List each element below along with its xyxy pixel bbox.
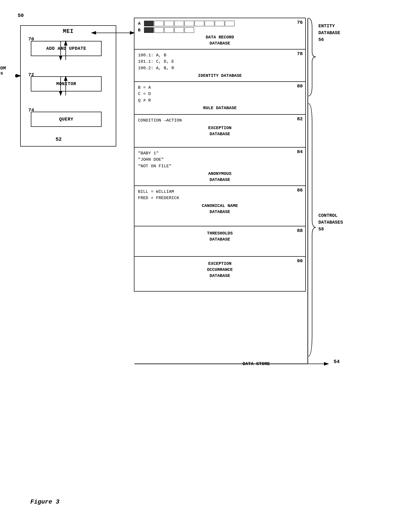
grid-cell-a2 (154, 21, 164, 26)
section-title-86: CANONICAL NAME DATABASE (138, 203, 302, 215)
grid-cell-a6 (195, 21, 204, 26)
section-90: 90 EXCEPTION OCCURRANCE DATABASE (134, 256, 306, 292)
section-80: 80 B = A C = D Q ≠ R RULE DATABASE (134, 81, 306, 114)
section-title-82: EXCEPTION DATABASE (138, 125, 302, 137)
section-number-86: 86 (297, 187, 303, 193)
data-store-label: DATA STORE (243, 361, 270, 366)
section-number-78: 78 (297, 51, 303, 57)
add-update-label: ADD AND UPDATE (46, 46, 86, 51)
section-title-78: IDENTITY DATABASE (138, 73, 302, 79)
section-content-86: BILL = WILLIAM FRED = FREDERICK (138, 188, 302, 201)
grid-cell-b1 (144, 27, 154, 33)
grid-cell-b3 (164, 27, 174, 33)
section-title-84: ANONYMOUS DATABASE (138, 171, 302, 183)
section-number-90: 90 (297, 258, 303, 264)
grid-cell-a1 (144, 21, 154, 26)
query-box: QUERY (31, 112, 102, 127)
mei-label: MEI (63, 28, 74, 35)
grid-cell-a7 (205, 21, 214, 26)
control-db-label: CONTROL DATABASES 58 (318, 212, 343, 233)
grid-cell-a5 (184, 21, 194, 26)
grid-row-b: B (138, 27, 302, 33)
mei-box: MEI 70 ADD AND UPDATE 72 MONITOR 74 QUER… (20, 25, 116, 147)
label-52: 52 (56, 136, 62, 142)
section-number-80: 80 (297, 83, 303, 89)
section-number-84: 84 (297, 149, 303, 155)
section-title-90: EXCEPTION OCCURRANCE DATABASE (138, 261, 302, 279)
grid-cell-b4 (174, 27, 184, 33)
grid-cell-a3 (164, 21, 174, 26)
monitor-label: MONITOR (56, 81, 76, 86)
section-86: 86 BILL = WILLIAM FRED = FREDERICK CANON… (134, 185, 306, 226)
section-content-78: 100.1: A, B 101.1: C, D, E 100.2: A, B, … (138, 52, 302, 72)
grid-label-a: A (138, 21, 143, 26)
section-number-76: 76 (297, 20, 303, 25)
grid-row-a: A (138, 21, 302, 26)
section-content-82: CONDITION →ACTION (138, 117, 302, 124)
section-78: 78 100.1: A, B 101.1: C, D, E 100.2: A, … (134, 49, 306, 81)
section-84: 84 "BABY 1" "JOHN DOE" "NOT ON FILE" ANO… (134, 147, 306, 185)
grid-cell-b2 (154, 27, 164, 33)
section-title-80: RULE DATABASE (138, 105, 302, 111)
from-is-label: FROM ISs (0, 66, 6, 76)
figure-label: Figure 3 (30, 498, 59, 505)
entity-db-label: ENTITY DATABASE 56 (318, 23, 340, 43)
section-76: 76 A B DATA RECOR (134, 18, 306, 49)
section-number-82: 82 (297, 116, 303, 122)
section-title-76: DATA RECORD DATABASE (138, 34, 302, 46)
label-54: 54 (334, 359, 340, 365)
section-number-88: 88 (297, 228, 303, 233)
section-82: 82 CONDITION →ACTION EXCEPTION DATABASE (134, 114, 306, 147)
monitor-box: MONITOR (31, 76, 102, 91)
label-50: 50 (18, 13, 24, 18)
section-content-80: B = A C = D Q ≠ R (138, 84, 302, 104)
grid-label-b: B (138, 28, 143, 33)
query-label: QUERY (59, 117, 74, 122)
add-update-box: ADD AND UPDATE (31, 41, 102, 56)
grid-cell-a4 (174, 21, 184, 26)
entity-db-column: 76 A B DATA RECOR (134, 18, 306, 292)
grid-cell-b5 (184, 27, 194, 33)
section-content-84: "BABY 1" "JOHN DOE" "NOT ON FILE" (138, 150, 302, 170)
grid-cell-a8 (215, 21, 224, 26)
section-88: 88 THRESHOLDS DATABASE (134, 226, 306, 256)
section-title-88: THRESHOLDS DATABASE (138, 230, 302, 243)
grid-cell-a9 (225, 21, 235, 26)
